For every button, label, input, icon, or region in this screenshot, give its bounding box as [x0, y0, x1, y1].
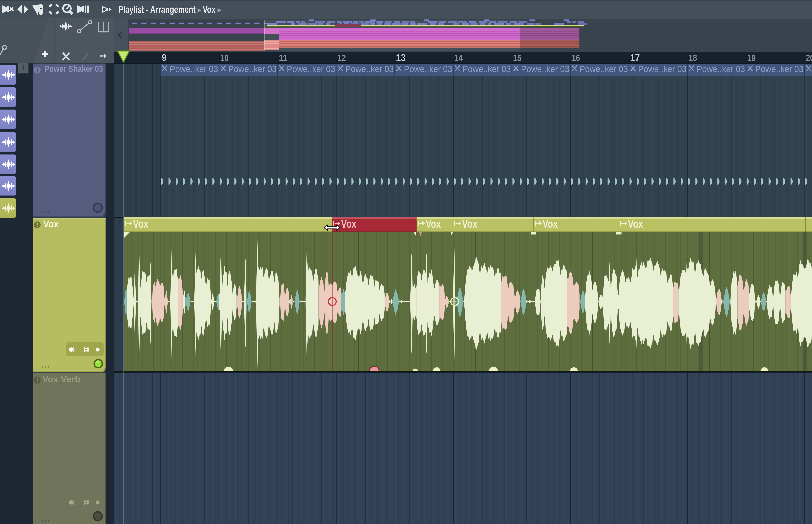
- svg-text:Vox Verb: Vox Verb: [42, 374, 80, 384]
- svg-text:13: 13: [396, 52, 406, 63]
- svg-text:19: 19: [747, 53, 755, 63]
- svg-text:Vox: Vox: [341, 217, 356, 230]
- svg-text:Vox: Vox: [628, 217, 643, 230]
- svg-text:18: 18: [688, 53, 697, 63]
- svg-text:20: 20: [806, 53, 812, 63]
- svg-text:Vox: Vox: [426, 217, 441, 230]
- svg-text:14: 14: [455, 53, 463, 63]
- svg-text:16: 16: [572, 53, 580, 63]
- svg-text:12: 12: [337, 53, 346, 63]
- svg-text:15: 15: [513, 53, 522, 63]
- svg-text:10: 10: [220, 53, 229, 63]
- svg-text:11: 11: [279, 53, 287, 63]
- svg-text:Vox: Vox: [43, 218, 59, 229]
- svg-text:9: 9: [162, 52, 166, 63]
- svg-text:17: 17: [630, 52, 640, 63]
- svg-text:Vox: Vox: [133, 217, 148, 230]
- svg-text:Power Shaker 03: Power Shaker 03: [44, 64, 103, 73]
- svg-text:Vox: Vox: [543, 217, 558, 230]
- svg-text:Vox: Vox: [462, 217, 477, 230]
